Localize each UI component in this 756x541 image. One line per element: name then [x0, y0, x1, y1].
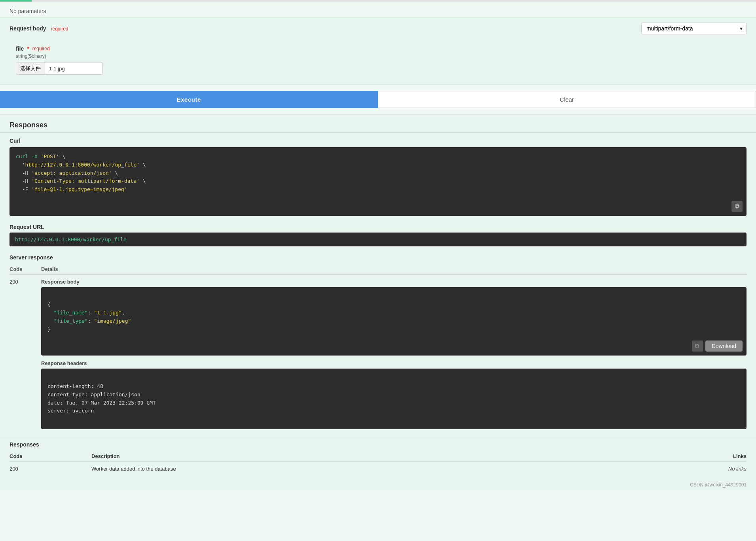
curl-method: curl -X 'POST' [16, 153, 59, 159]
table-row: 200 Response body { "file_name": "1-1.jp… [9, 274, 747, 433]
curl-file-param: 'file=@1-1.jpg;type=image/jpeg' [31, 186, 127, 192]
curl-code-block: curl -X 'POST' \ 'http://127.0.0.1:8000/… [9, 147, 747, 216]
curl-section: Curl curl -X 'POST' \ 'http://127.0.0.1:… [0, 133, 756, 221]
curl-accept-header: 'accept: application/json' [31, 170, 112, 176]
server-response-section: Server response Code Details 200 Respons… [0, 251, 756, 438]
file-input-wrapper[interactable]: 选择文件 1-1.jpg [16, 62, 103, 75]
responses-bottom-table: Code Description Links 200 Worker data a… [9, 451, 747, 476]
download-button[interactable]: Download [705, 340, 743, 352]
request-url-label: Request URL [9, 224, 747, 230]
bottom-table-header: Code Description Links [9, 451, 747, 462]
responses-bottom-title: Responses [9, 441, 747, 448]
request-url-section: Request URL http://127.0.0.1:8000/worker… [0, 221, 756, 251]
file-type-hint: string($binary) [16, 53, 747, 59]
no-params-section: No parameters [0, 2, 756, 17]
content-type-select-wrapper[interactable]: multipart/form-data application/json app… [641, 23, 747, 34]
server-response-label: Server response [9, 254, 747, 261]
action-buttons-row: Execute Clear [0, 91, 756, 108]
request-body-header: Request body required multipart/form-dat… [0, 17, 756, 39]
file-label: file [16, 45, 24, 52]
copy-response-icon[interactable]: ⧉ [692, 340, 703, 352]
response-details-cell: Response body { "file_name": "1-1.jpg", … [41, 274, 747, 433]
bottom-description-cell: Worker data added into the database [91, 462, 630, 476]
bottom-description-col: Description [91, 451, 630, 462]
details-column-header: Details [41, 264, 747, 275]
clear-button[interactable]: Clear [378, 91, 756, 108]
file-input-row[interactable]: 选择文件 1-1.jpg [16, 62, 747, 75]
curl-label: Curl [9, 138, 747, 144]
bottom-code-col: Code [9, 451, 91, 462]
request-body-label: Request body [9, 25, 46, 32]
bottom-links-col: Links [630, 451, 747, 462]
file-star: * [27, 45, 29, 52]
request-url-value: http://127.0.0.1:8000/worker/up_file [9, 233, 747, 246]
copy-curl-icon[interactable]: ⧉ [731, 201, 743, 212]
responses-section-title: Responses [0, 114, 756, 132]
required-badge: required [51, 26, 68, 32]
no-params-label: No parameters [9, 8, 46, 14]
file-required-text: required [32, 46, 50, 51]
server-response-table: Code Details 200 Response body { "file_n… [9, 264, 747, 433]
response-body-label: Response body [41, 279, 747, 285]
file-label-row: file * required [16, 45, 747, 52]
choose-file-button[interactable]: 选择文件 [16, 62, 45, 74]
execute-button[interactable]: Execute [0, 91, 378, 108]
content-type-select[interactable]: multipart/form-data application/json app… [641, 23, 747, 34]
file-name-display: 1-1.jpg [45, 63, 69, 74]
watermark: CSDN @weixin_44929001 [0, 479, 756, 491]
response-body-actions: ⧉ Download [692, 340, 743, 352]
request-body-label-row: Request body required [9, 25, 68, 32]
response-headers-code-block: content-length: 48 content-type: applica… [41, 369, 747, 429]
code-column-header: Code [9, 264, 41, 275]
response-table-header: Code Details [9, 264, 747, 275]
curl-url: 'http://127.0.0.1:8000/worker/up_file' [22, 162, 140, 168]
response-body-code-block: { "file_name": "1-1.jpg", "file_type": "… [41, 287, 747, 356]
curl-content-type-header: 'Content-Type: multipart/form-data' [31, 178, 140, 184]
bottom-code-cell: 200 [9, 462, 91, 476]
bottom-links-cell: No links [630, 462, 747, 476]
response-headers-label: Response headers [41, 360, 747, 366]
file-field-section: file * required string($binary) 选择文件 1-1… [0, 39, 756, 85]
table-row: 200 Worker data added into the database … [9, 462, 747, 476]
responses-bottom-section: Responses Code Description Links 200 Wor… [0, 438, 756, 479]
response-code-cell: 200 [9, 274, 41, 433]
